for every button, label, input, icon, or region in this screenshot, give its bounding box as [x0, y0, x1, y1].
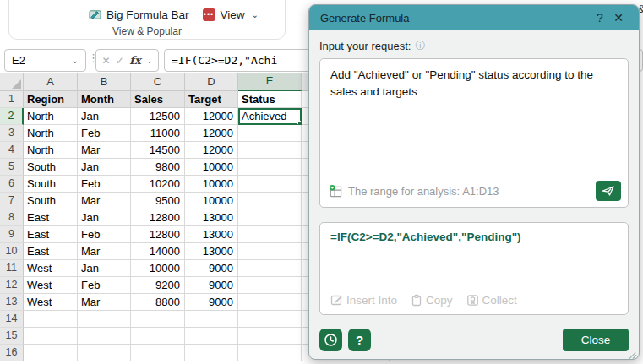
- cell-B4[interactable]: Mar: [78, 142, 131, 159]
- row-header-8[interactable]: 8: [0, 209, 24, 226]
- cell-B2[interactable]: Jan: [78, 108, 131, 125]
- row-header-12[interactable]: 12: [0, 277, 24, 294]
- cell-C1[interactable]: Sales: [131, 91, 185, 108]
- insert-into-button[interactable]: Insert Into: [330, 294, 397, 307]
- close-button[interactable]: Close: [563, 329, 629, 351]
- column-header-A[interactable]: A: [24, 73, 78, 91]
- cell-E15[interactable]: [238, 328, 302, 345]
- fill-handle[interactable]: [297, 121, 302, 125]
- request-text[interactable]: Add "Achieved" or "Pending" status accor…: [320, 59, 628, 108]
- cell-D7[interactable]: 10000: [185, 193, 238, 209]
- cell-A4[interactable]: North: [24, 142, 78, 159]
- cell-C15[interactable]: [131, 328, 185, 345]
- cell-C13[interactable]: 8800: [131, 294, 185, 311]
- cell-E6[interactable]: [238, 176, 302, 193]
- cell-C7[interactable]: 9500: [131, 193, 185, 209]
- cell-A10[interactable]: East: [24, 243, 78, 260]
- history-button[interactable]: [319, 329, 342, 351]
- cell-E12[interactable]: [238, 277, 302, 294]
- cell-D8[interactable]: 13000: [185, 209, 238, 226]
- cell-C16[interactable]: [131, 345, 185, 361]
- cell-A11[interactable]: West: [24, 260, 78, 277]
- cell-A5[interactable]: South: [24, 159, 78, 176]
- cell-E3[interactable]: [238, 125, 302, 142]
- cell-D16[interactable]: [185, 345, 238, 361]
- column-header-C[interactable]: C: [131, 73, 185, 91]
- dialog-titlebar[interactable]: Generate Formula ? ✕: [309, 5, 639, 30]
- row-header-5[interactable]: 5: [0, 159, 24, 176]
- cell-B1[interactable]: Month: [78, 91, 131, 108]
- select-range-icon[interactable]: [329, 184, 343, 198]
- cell-B5[interactable]: Jan: [78, 159, 131, 176]
- row-header-4[interactable]: 4: [0, 142, 24, 159]
- cell-A9[interactable]: East: [24, 226, 78, 243]
- cell-A12[interactable]: West: [24, 277, 78, 294]
- cell-C8[interactable]: 12800: [131, 209, 185, 226]
- request-input-box[interactable]: Add "Achieved" or "Pending" status accor…: [319, 58, 629, 208]
- cell-D2[interactable]: 12000: [185, 108, 238, 125]
- row-header-10[interactable]: 10: [0, 243, 24, 260]
- cell-C11[interactable]: 10000: [131, 260, 185, 277]
- cell-B13[interactable]: Mar: [78, 294, 131, 311]
- dialog-close-icon[interactable]: ✕: [609, 11, 628, 24]
- cell-C2[interactable]: 12500: [131, 108, 185, 125]
- view-menu-button[interactable]: ••• View ⌄: [199, 7, 262, 23]
- cell-B10[interactable]: Mar: [78, 243, 131, 260]
- insert-function-icon[interactable]: fx: [129, 54, 140, 67]
- cell-C9[interactable]: 12800: [131, 226, 185, 243]
- cell-C14[interactable]: [131, 311, 185, 328]
- column-header-D[interactable]: D: [185, 73, 238, 91]
- cell-E8[interactable]: [238, 209, 302, 226]
- row-header-11[interactable]: 11: [0, 260, 24, 277]
- cell-E1[interactable]: Status: [238, 91, 302, 108]
- cell-B15[interactable]: [78, 328, 131, 345]
- cell-D10[interactable]: 13000: [185, 243, 238, 260]
- row-header-16[interactable]: 16: [0, 345, 24, 361]
- cell-D15[interactable]: [185, 328, 238, 345]
- cell-C3[interactable]: 11000: [131, 125, 185, 142]
- cell-A14[interactable]: [24, 311, 78, 328]
- column-header-B[interactable]: B: [78, 73, 131, 91]
- cell-C10[interactable]: 14000: [131, 243, 185, 260]
- cell-A15[interactable]: [24, 328, 78, 345]
- cell-E13[interactable]: [238, 294, 302, 311]
- cancel-entry-icon[interactable]: ✕: [101, 55, 110, 67]
- cell-A6[interactable]: South: [24, 176, 78, 193]
- cell-E14[interactable]: [238, 311, 302, 328]
- row-header-1[interactable]: 1: [0, 91, 24, 108]
- info-icon[interactable]: ⓘ: [415, 39, 425, 53]
- range-for-analysis-text[interactable]: The range for analysis: A1:D13: [348, 185, 596, 198]
- row-header-3[interactable]: 3: [0, 125, 24, 142]
- row-header-9[interactable]: 9: [0, 226, 24, 243]
- cell-B8[interactable]: Jan: [78, 209, 131, 226]
- row-header-6[interactable]: 6: [0, 176, 24, 193]
- row-header-13[interactable]: 13: [0, 294, 24, 311]
- cell-C4[interactable]: 14500: [131, 142, 185, 159]
- column-header-E[interactable]: E: [238, 73, 302, 91]
- name-box[interactable]: E2 ⌄: [4, 49, 86, 72]
- cell-C6[interactable]: 10200: [131, 176, 185, 193]
- cell-A8[interactable]: East: [24, 209, 78, 226]
- cell-C5[interactable]: 9800: [131, 159, 185, 176]
- cell-A7[interactable]: South: [24, 193, 78, 209]
- copy-button[interactable]: Copy: [411, 294, 453, 307]
- cell-D14[interactable]: [185, 311, 238, 328]
- cell-D13[interactable]: 9000: [185, 294, 238, 311]
- cell-B11[interactable]: Jan: [78, 260, 131, 277]
- big-formula-bar-button[interactable]: Big Formula Bar: [85, 7, 193, 23]
- cell-C12[interactable]: 9200: [131, 277, 185, 294]
- cell-D3[interactable]: 12000: [185, 125, 238, 142]
- confirm-entry-icon[interactable]: ✓: [116, 55, 124, 67]
- cell-D1[interactable]: Target: [185, 91, 238, 108]
- cell-B16[interactable]: [78, 345, 131, 361]
- cell-E4[interactable]: [238, 142, 302, 159]
- cell-A16[interactable]: [24, 345, 78, 361]
- cell-D12[interactable]: 9000: [185, 277, 238, 294]
- cell-E5[interactable]: [238, 159, 302, 176]
- cell-E16[interactable]: [238, 345, 302, 361]
- cell-E2[interactable]: Achieved: [238, 108, 302, 125]
- cell-D6[interactable]: 10000: [185, 176, 238, 193]
- cell-B3[interactable]: Feb: [78, 125, 131, 142]
- row-header-14[interactable]: 14: [0, 311, 24, 328]
- help-button[interactable]: ?: [348, 329, 371, 351]
